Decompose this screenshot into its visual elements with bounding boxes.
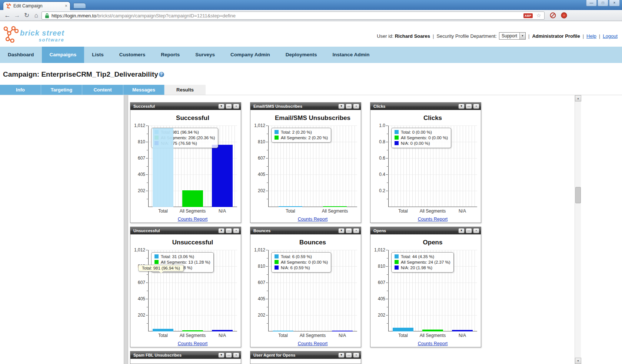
url-bar[interactable]: https://login.mmen.to/brickst/campaign/c…: [41, 11, 545, 20]
y-axis-tick-label: 607: [250, 156, 265, 161]
legend-text: Total: 31 (3.06 %): [161, 254, 194, 259]
y-axis-major-tick: [266, 191, 268, 191]
panel-close-icon[interactable]: ×: [473, 104, 479, 109]
vertical-scrollbar[interactable]: ▲ ▼: [575, 95, 581, 364]
counts-report-link[interactable]: Counts Report: [418, 217, 448, 222]
window-maximize-button[interactable]: □: [598, 0, 608, 6]
panel-minimize-icon[interactable]: —: [226, 228, 232, 233]
tab-results[interactable]: Results: [164, 85, 206, 95]
panel-close-icon[interactable]: ×: [233, 104, 239, 109]
counts-report-link[interactable]: Counts Report: [418, 341, 448, 346]
nav-item-dashboard[interactable]: Dashboard: [0, 47, 42, 63]
panel-close-icon[interactable]: ×: [353, 104, 359, 109]
panel-close-icon[interactable]: ×: [233, 353, 239, 358]
block-extension-icon[interactable]: [550, 12, 556, 20]
app-header: brick street software User id: Richard S…: [0, 21, 622, 47]
legend-swatch: [395, 141, 399, 145]
department-select[interactable]: Support ▼: [499, 32, 526, 40]
chevron-down-icon[interactable]: ▼: [519, 33, 525, 39]
y-axis-tick-label: 405: [370, 296, 385, 301]
panel-minimize-icon[interactable]: —: [466, 228, 472, 233]
tab-targeting[interactable]: Targeting: [41, 85, 82, 95]
nav-item-reports[interactable]: Reports: [153, 47, 187, 63]
brickstreet-logo: brick street software: [3, 26, 64, 44]
panel-collapse-icon[interactable]: ▼: [458, 104, 465, 109]
back-icon[interactable]: ←: [3, 11, 12, 20]
nav-item-campaigns[interactable]: Campaigns: [42, 47, 84, 63]
panel-collapse-icon[interactable]: ▼: [338, 353, 345, 358]
panel-collapse-icon[interactable]: ▼: [338, 228, 345, 233]
nav-item-customers[interactable]: Customers: [112, 47, 153, 63]
panel-close-icon[interactable]: ×: [233, 228, 239, 233]
y-axis-minor-tick: [147, 307, 148, 307]
panel-minimize-icon[interactable]: —: [226, 353, 232, 358]
panel-minimize-icon[interactable]: —: [346, 353, 352, 358]
panel-minimize-icon[interactable]: —: [346, 104, 352, 109]
red-circle-extension-icon[interactable]: [561, 12, 567, 20]
panel-title: Bounces: [253, 228, 337, 233]
scrollbar-thumb[interactable]: [575, 187, 581, 203]
panel-close-icon[interactable]: ×: [353, 353, 359, 358]
y-axis-tick-label: 810: [250, 139, 265, 144]
browser-tab[interactable]: Edit Campaign ×: [3, 1, 70, 10]
logout-link[interactable]: Logout: [603, 33, 618, 39]
panel-minimize-icon[interactable]: —: [466, 104, 472, 109]
counts-report-link[interactable]: Counts Report: [298, 341, 328, 346]
help-link[interactable]: Help: [586, 33, 596, 39]
x-axis-category-label: N/A: [459, 208, 466, 214]
panel-titlebar[interactable]: Opens▼—×: [370, 227, 481, 234]
url-text[interactable]: https://login.mmen.to/brickst/campaign/c…: [51, 13, 523, 19]
legend-entry: N/A: 0 (0.00 %): [395, 141, 448, 146]
scroll-down-icon[interactable]: ▼: [575, 358, 581, 364]
help-icon[interactable]: ?: [159, 72, 164, 77]
window-minimize-button[interactable]: —: [586, 0, 597, 6]
campaign-title-row: Campaign: EnterpriseCRM_Tip2_Deliverabil…: [0, 63, 622, 85]
panel-titlebar[interactable]: Successful▼—×: [130, 103, 241, 110]
tab-content[interactable]: Content: [82, 85, 123, 95]
nav-item-deployments[interactable]: Deployments: [278, 47, 325, 63]
home-icon[interactable]: ⌂: [32, 11, 41, 20]
y-axis-major-tick: [386, 191, 388, 191]
legend-text: N/A: 0 (0.00 %): [401, 141, 430, 146]
panel-collapse-icon[interactable]: ▼: [458, 228, 465, 233]
counts-report-link[interactable]: Counts Report: [178, 341, 208, 346]
reload-icon[interactable]: ↻: [22, 11, 31, 20]
panel-titlebar[interactable]: Spam FBL Unsubscribes▼—×: [130, 351, 241, 359]
counts-report-link[interactable]: Counts Report: [178, 217, 208, 222]
adblock-abp-icon[interactable]: ABP: [523, 13, 532, 18]
panel-titlebar[interactable]: Unsuccessful▼—×: [130, 227, 241, 234]
forward-icon[interactable]: →: [13, 11, 21, 20]
counts-report-link[interactable]: Counts Report: [298, 217, 328, 222]
counts-report-wrap: Counts Report: [148, 340, 237, 347]
panel-titlebar[interactable]: User Agent for Opens▼—×: [250, 351, 361, 359]
tab-messages[interactable]: Messages: [123, 85, 164, 95]
scroll-up-icon[interactable]: ▲: [575, 95, 581, 101]
legend-entry: All Segments: 2 (0.20 %): [275, 135, 328, 141]
tab-info[interactable]: Info: [0, 85, 41, 95]
panel-titlebar[interactable]: Clicks▼—×: [370, 103, 481, 110]
y-axis-minor-tick: [147, 134, 148, 134]
tab-close-icon[interactable]: ×: [65, 3, 67, 9]
panel-titlebar[interactable]: Bounces▼—×: [250, 227, 361, 234]
nav-item-company-admin[interactable]: Company Admin: [223, 47, 278, 63]
new-tab-button[interactable]: [73, 3, 86, 9]
panel-titlebar[interactable]: Email/SMS Unsubscribes▼—×: [250, 103, 361, 110]
panel-close-icon[interactable]: ×: [473, 228, 479, 233]
nav-item-lists[interactable]: Lists: [84, 47, 112, 63]
panel-collapse-icon[interactable]: ▼: [218, 104, 224, 109]
nav-item-instance-admin[interactable]: Instance Admin: [325, 47, 377, 63]
bookmark-star-icon[interactable]: ☆: [536, 12, 541, 19]
panel-minimize-icon[interactable]: —: [226, 104, 232, 109]
panel-collapse-icon[interactable]: ▼: [218, 228, 224, 233]
nav-item-surveys[interactable]: Surveys: [187, 47, 223, 63]
y-axis-tick-label: 202: [370, 313, 385, 318]
panel-minimize-icon[interactable]: —: [346, 228, 352, 233]
legend-text: All Segments: 0 (0.00 %): [401, 136, 448, 140]
panel-collapse-icon[interactable]: ▼: [338, 104, 345, 109]
y-axis-tick-label: 607: [370, 280, 385, 285]
window-close-button[interactable]: ×: [609, 0, 620, 6]
panel-collapse-icon[interactable]: ▼: [218, 353, 224, 358]
x-axis-category-label: All Segments: [180, 333, 206, 338]
panel-close-icon[interactable]: ×: [353, 228, 359, 233]
y-axis-major-tick: [266, 266, 268, 267]
